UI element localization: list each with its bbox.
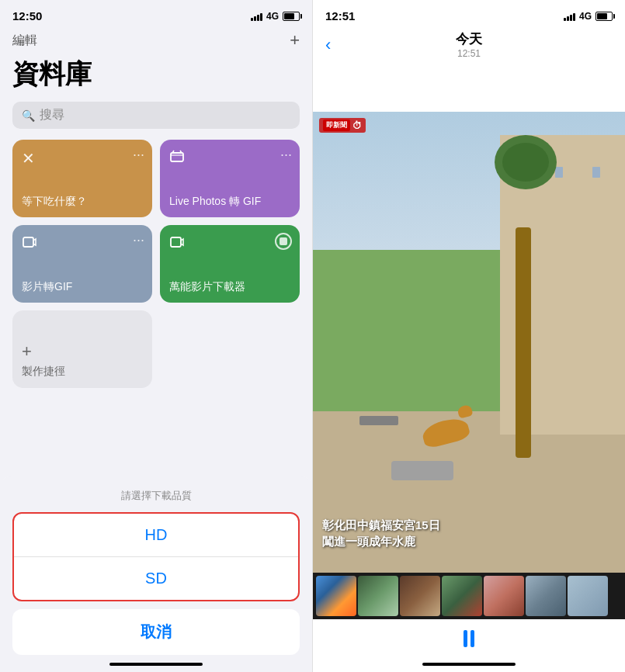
thumb-1 [316,576,356,616]
home-indicator-left [109,663,203,666]
right-network-label: 4G [579,11,592,22]
pause-bar-left [464,630,467,647]
right-time: 12:51 [325,9,355,23]
bottom-sheet: 請選擇下載品質 HD SD 取消 [0,476,312,672]
nav-title: 今天 12:51 [456,30,482,59]
svg-rect-1 [23,237,33,247]
card-label-videogif: 影片轉GIF [22,279,72,293]
add-button[interactable]: + [290,30,300,50]
network-label: 4G [266,11,279,22]
news-badge: 即新聞 [323,120,350,131]
card-icon-videogif [22,234,143,254]
left-time: 12:50 [12,9,42,23]
edit-button[interactable]: 編輯 [12,33,37,49]
make-shortcut-card[interactable]: + 製作捷徑 [12,310,152,388]
thumb-7 [568,576,608,616]
planter-shape [391,461,453,480]
right-nav: ‹ 今天 12:51 [313,27,625,65]
card-icon-livephotos [169,149,290,168]
home-indicator-right [422,663,516,666]
shortcut-card-videodownloader[interactable]: 萬能影片下載器 [160,225,300,303]
card-label-eat: 等下吃什麼？ [22,194,87,208]
right-status-bar: 12:51 4G [313,0,625,27]
shortcuts-grid: ✕ ··· 等下吃什麼？ ··· Live Photos 轉 GIF [0,140,312,303]
video-top-space [313,65,625,112]
playback-controls [313,619,625,658]
window2 [555,167,563,178]
more-button-livephotos[interactable]: ··· [280,147,292,161]
battery-icon [283,12,300,21]
card-label-videodownloader: 萬能影片下載器 [169,279,245,293]
search-icon: 🔍 [22,109,35,122]
right-panel: 12:51 4G ‹ 今天 12:51 [312,0,625,672]
svg-rect-2 [171,237,181,247]
left-status-right: 4G [251,11,300,22]
right-status-right: 4G [564,11,613,22]
make-shortcut-label: 製作捷徑 [22,365,65,379]
timeline-bar[interactable] [313,573,625,619]
thumb-5 [484,576,524,616]
video-subtitle-line1: 彰化田中鎮福安宮15日 [322,517,440,533]
thumb-4 [442,576,482,616]
news-badge-overlay: 即新聞 ⏱ [319,118,366,133]
sd-option[interactable]: SD [14,556,298,600]
nav-title-main: 今天 [456,30,482,48]
shortcut-card-videogif[interactable]: ··· 影片轉GIF [12,225,152,303]
card-icon-eat: ✕ [22,149,143,168]
video-subtitle: 彰化田中鎮福安宮15日 闖進一頭成年水鹿 [322,517,440,549]
left-panel: 12:50 4G 編輯 + 資料庫 🔍 搜尋 ✕ ··· [0,0,312,672]
thumb-3 [400,576,440,616]
back-button[interactable]: ‹ [325,35,331,55]
shortcut-card-eat[interactable]: ✕ ··· 等下吃什麼？ [12,140,152,217]
tree-canopy [495,135,557,189]
page-title: 資料庫 [0,57,312,102]
window1 [592,167,600,178]
search-placeholder: 搜尋 [40,107,64,123]
card-icon-videodownloader [169,234,290,254]
pause-bar-right [470,630,474,647]
more-button-videogif[interactable]: ··· [133,233,144,247]
left-top-nav: 編輯 + [0,27,312,57]
bottom-sheet-title: 請選擇下載品質 [12,489,300,503]
make-shortcut-section: + 製作捷徑 [0,310,312,388]
quality-options: HD SD [12,512,300,601]
video-area[interactable]: 即新聞 ⏱ 彰化田中鎮福安宮15日 闖進一頭成年水鹿 [313,112,625,573]
video-scene: 即新聞 ⏱ 彰化田中鎮福安宮15日 闖進一頭成年水鹿 [313,112,625,573]
shortcut-card-livephotos[interactable]: ··· Live Photos 轉 GIF [160,140,300,217]
search-bar[interactable]: 🔍 搜尋 [12,102,300,129]
plus-icon: + [22,341,32,362]
tree-trunk [516,227,531,458]
cancel-button[interactable]: 取消 [12,609,300,655]
bench-shape [359,416,398,425]
card-label-livephotos: Live Photos 轉 GIF [169,194,261,208]
thumb-6 [526,576,566,616]
nav-title-sub: 12:51 [456,48,482,59]
record-button[interactable] [275,233,292,250]
pause-button[interactable] [464,630,474,647]
thumbnail-strip [316,576,608,616]
left-status-bar: 12:50 4G [0,0,312,27]
video-subtitle-line2: 闖進一頭成年水鹿 [322,533,440,549]
right-signal-bars [564,12,575,21]
right-battery-icon [595,12,613,21]
more-button-eat[interactable]: ··· [133,147,144,161]
thumb-2 [358,576,398,616]
svg-rect-0 [171,153,183,161]
hd-option[interactable]: HD [14,514,298,556]
signal-bars [251,12,262,21]
